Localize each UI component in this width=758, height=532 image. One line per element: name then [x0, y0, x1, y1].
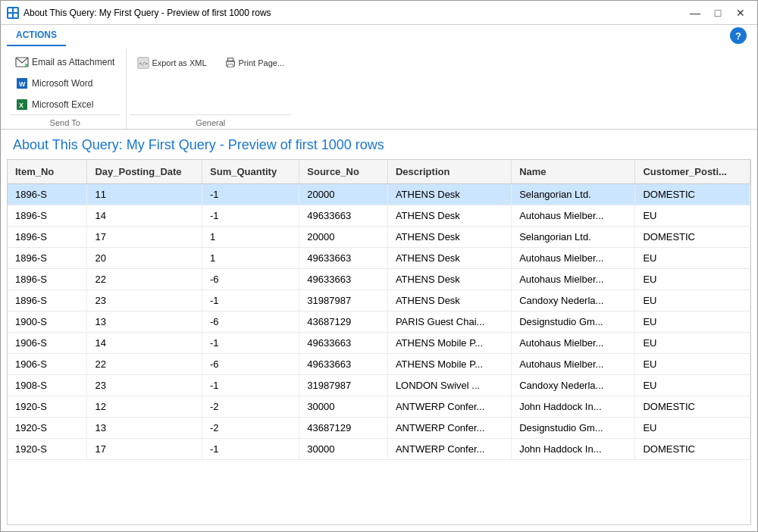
- table-row[interactable]: 1906-S22-649633663ATHENS Mobile P...Auto…: [8, 354, 750, 375]
- cell-item-no: 1900-S: [8, 311, 87, 333]
- cell-name: Autohaus Mielber...: [512, 205, 635, 227]
- maximize-button[interactable]: □: [707, 5, 728, 21]
- cell-sum-quantity: -2: [202, 396, 299, 418]
- cell-name: Selangorian Ltd.: [512, 184, 635, 205]
- microsoft-word-button[interactable]: W Microsoft Word: [10, 74, 98, 93]
- cell-source-no: 49633663: [299, 269, 388, 290]
- table-row[interactable]: 1896-S14-149633663ATHENS DeskAutohaus Mi…: [8, 205, 750, 227]
- export-xml-button[interactable]: </> Export as XML: [130, 52, 213, 74]
- window-title: About This Query: My First Query - Previ…: [23, 8, 684, 18]
- cell-description: ATHENS Desk: [387, 184, 511, 205]
- minimize-button[interactable]: —: [684, 5, 706, 21]
- ribbon-content: Email as Attachment W Microsoft Word: [1, 46, 757, 129]
- table-row[interactable]: 1900-S13-643687129PARIS Guest Chai...Des…: [8, 311, 750, 333]
- table-row[interactable]: 1920-S17-130000ANTWERP Confer...John Had…: [8, 439, 750, 460]
- svg-rect-15: [227, 64, 233, 67]
- svg-rect-16: [233, 61, 234, 62]
- cell-customer-posting: DOMESTIC: [635, 439, 750, 460]
- col-header-sum-quantity: Sum_Quantity: [202, 160, 299, 184]
- cell-source-no: 30000: [299, 396, 388, 418]
- cell-name: Autohaus Mielber...: [512, 333, 635, 354]
- cell-source-no: 49633663: [299, 205, 388, 227]
- word-icon: W: [15, 77, 29, 90]
- cell-sum-quantity: -1: [202, 439, 299, 460]
- ribbon: ACTIONS ?: [1, 25, 757, 130]
- cell-customer-posting: EU: [635, 418, 750, 439]
- print-page-button[interactable]: Print Page...: [217, 52, 292, 74]
- svg-rect-1: [14, 8, 17, 12]
- print-icon: [224, 56, 237, 70]
- cell-customer-posting: EU: [635, 205, 750, 227]
- cell-description: ATHENS Desk: [387, 269, 511, 290]
- cell-name: Autohaus Mielber...: [512, 248, 635, 269]
- table-row[interactable]: 1920-S12-230000ANTWERP Confer...John Had…: [8, 396, 750, 418]
- cell-name: Selangorian Ltd.: [512, 227, 635, 248]
- cell-day-posting-date: 22: [87, 269, 202, 290]
- cell-description: ATHENS Desk: [387, 248, 511, 269]
- cell-name: John Haddock In...: [512, 439, 635, 460]
- cell-name: Autohaus Mielber...: [512, 354, 635, 375]
- general-label: General: [130, 114, 291, 129]
- cell-day-posting-date: 22: [87, 354, 202, 375]
- email-attachment-button[interactable]: Email as Attachment: [10, 52, 120, 72]
- table-row[interactable]: 1896-S23-131987987ATHENS DeskCandoxy Ned…: [8, 290, 750, 311]
- email-icon: [15, 55, 29, 69]
- close-button[interactable]: ✕: [730, 5, 751, 21]
- col-header-description: Description: [387, 160, 511, 184]
- cell-day-posting-date: 17: [87, 439, 202, 460]
- microsoft-excel-button[interactable]: X Microsoft Excel: [10, 95, 99, 114]
- data-table: Item_No Day_Posting_Date Sum_Quantity So…: [8, 160, 750, 460]
- window-controls: — □ ✕: [684, 5, 751, 21]
- table-row[interactable]: 1896-S17120000ATHENS DeskSelangorian Ltd…: [8, 227, 750, 248]
- ribbon-tabs: ACTIONS ?: [1, 25, 757, 46]
- title-bar: About This Query: My First Query - Previ…: [1, 1, 757, 25]
- microsoft-excel-label: Microsoft Excel: [32, 99, 93, 110]
- excel-icon: X: [15, 98, 29, 111]
- main-window: About This Query: My First Query - Previ…: [0, 0, 758, 532]
- table-row[interactable]: 1908-S23-131987987LONDON Swivel ...Cando…: [8, 375, 750, 396]
- tab-actions[interactable]: ACTIONS: [7, 25, 66, 46]
- table-row[interactable]: 1906-S14-149633663ATHENS Mobile P...Auto…: [8, 333, 750, 354]
- cell-customer-posting: EU: [635, 333, 750, 354]
- cell-item-no: 1896-S: [8, 184, 87, 205]
- table-row[interactable]: 1896-S22-649633663ATHENS DeskAutohaus Mi…: [8, 269, 750, 290]
- xml-icon: </>: [136, 56, 150, 70]
- svg-text:W: W: [19, 80, 26, 88]
- cell-sum-quantity: 1: [202, 248, 299, 269]
- cell-description: ATHENS Desk: [387, 227, 511, 248]
- table-scroll[interactable]: Item_No Day_Posting_Date Sum_Quantity So…: [8, 160, 750, 524]
- cell-customer-posting: DOMESTIC: [635, 184, 750, 205]
- help-button[interactable]: ?: [730, 27, 747, 44]
- cell-source-no: 31987987: [299, 375, 388, 396]
- cell-source-no: 49633663: [299, 354, 388, 375]
- cell-sum-quantity: -1: [202, 375, 299, 396]
- table-row[interactable]: 1920-S13-243687129ANTWERP Confer...Desig…: [8, 418, 750, 439]
- page-title-bar: About This Query: My First Query - Previ…: [1, 130, 757, 159]
- cell-sum-quantity: -1: [202, 290, 299, 311]
- table-row[interactable]: 1896-S11-120000ATHENS DeskSelangorian Lt…: [8, 184, 750, 205]
- cell-name: Designstudio Gm...: [512, 418, 635, 439]
- cell-description: ANTWERP Confer...: [387, 396, 511, 418]
- cell-item-no: 1920-S: [8, 396, 87, 418]
- data-table-area: Item_No Day_Posting_Date Sum_Quantity So…: [7, 159, 751, 525]
- cell-description: LONDON Swivel ...: [387, 375, 511, 396]
- cell-day-posting-date: 20: [87, 248, 202, 269]
- cell-item-no: 1906-S: [8, 354, 87, 375]
- svg-rect-0: [8, 8, 12, 12]
- cell-day-posting-date: 14: [87, 205, 202, 227]
- cell-day-posting-date: 17: [87, 227, 202, 248]
- cell-name: Candoxy Nederla...: [512, 290, 635, 311]
- table-row[interactable]: 1896-S20149633663ATHENS DeskAutohaus Mie…: [8, 248, 750, 269]
- cell-description: ATHENS Desk: [387, 290, 511, 311]
- cell-name: John Haddock In...: [512, 396, 635, 418]
- cell-source-no: 43687129: [299, 311, 388, 333]
- cell-description: PARIS Guest Chai...: [387, 311, 511, 333]
- cell-sum-quantity: -6: [202, 269, 299, 290]
- cell-customer-posting: EU: [635, 290, 750, 311]
- cell-day-posting-date: 14: [87, 333, 202, 354]
- cell-customer-posting: EU: [635, 269, 750, 290]
- ribbon-group-general: </> Export as XML: [127, 49, 297, 129]
- cell-day-posting-date: 13: [87, 418, 202, 439]
- app-icon: [7, 7, 19, 19]
- send-to-buttons: Email as Attachment W Microsoft Word: [10, 49, 120, 114]
